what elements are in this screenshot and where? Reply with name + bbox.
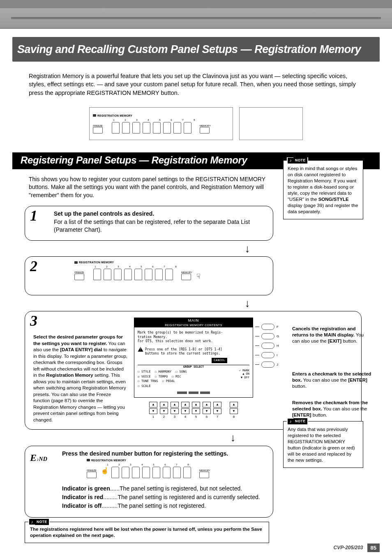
memory-button[interactable] [200,127,210,134]
arrow-icon: ↓ [131,245,363,252]
memory-label: MEMORY [200,124,211,127]
up-button-1[interactable]: ▲ [149,402,157,408]
reg-button-7b[interactable] [155,269,163,280]
step-1-number: 1 [30,207,37,224]
indicator-list: Indicator is green......The panel settin… [62,484,265,510]
side-button-j[interactable] [261,362,274,368]
reg-button-2b[interactable] [104,269,111,280]
down-button-8[interactable]: ▼ [230,408,238,414]
callout-enter: Enters a checkmark to the selected box. … [292,371,372,389]
reg-button-2[interactable] [122,122,130,134]
screen-button-row: ▲▼ ▲▼ ▲▼ ▲▼ ▲▼ ▲▼ ▲▼ ▲▼ [134,402,253,414]
reg-icon [93,114,96,117]
reg-button-3b[interactable] [114,269,122,280]
note-tag-3: ♪ NOTE [28,519,50,525]
reg-button-1c[interactable] [111,467,119,478]
step-3-number: 3 [30,312,37,329]
end-label: E♪ND [30,452,47,463]
screen-subheader: REGISTRATION MEMORY CONTENTS [134,323,253,327]
panel-number-labels: 12345678 [109,119,229,121]
reg-button-5b[interactable] [134,269,142,280]
header-decor [0,8,392,29]
page-title-band: Saving and Recalling Custom Panel Setups… [12,37,380,62]
callout-cancel: Cancels the registration and returns to … [292,326,372,344]
up-button-8[interactable]: ▲ [230,402,238,408]
page-footer: CVP-205/203 85 [333,543,380,552]
model-label: CVP-205/203 [333,545,363,550]
freeze-button-3[interactable] [87,472,97,478]
reg-icon [87,459,90,461]
panel-number-labels-2: 12345678 [91,265,218,268]
lcd-screen: MAIN REGISTRATION MEMORY CONTENTS Mark t… [134,318,253,419]
cancel-button[interactable]: CANCEL [212,358,227,363]
hand-cursor-icon: ☟ [196,272,201,280]
reg-button-1[interactable] [112,122,120,134]
reg-button-8[interactable] [184,122,191,134]
reg-button-4[interactable] [143,122,150,134]
reg-icon [74,261,78,264]
reg-button-8b[interactable] [165,269,173,280]
step-3: 3 Select the desired parameter groups fo… [25,311,362,430]
reg-label: REGISTRATION MEMORY [97,114,132,117]
reg-button-4b[interactable] [124,269,132,280]
step-1: 1 Set up the panel controls as desired. … [25,206,273,241]
warning-icon: ! [138,347,143,352]
panel-right [239,107,303,140]
side-button-i[interactable] [261,352,274,358]
page-title: Saving and Recalling Custom Panel Setups… [17,43,361,56]
freeze-button-2[interactable] [74,274,84,280]
step-3-text: Select the desired parameter groups for … [33,334,128,423]
reg-button-3[interactable] [132,122,140,134]
reg-button-1b[interactable] [93,269,101,280]
side-button-g[interactable] [261,333,274,339]
intro-paragraph: Registration Memory is a powerful featur… [0,72,392,103]
reg-button-7[interactable] [173,122,181,134]
callout-remove: Removes the checkmark from the selected … [292,400,372,418]
side-button-column: F G H I J [255,324,279,368]
section-intro: This shows you how to register your cust… [29,175,271,200]
note-icon: ♪ [29,519,35,525]
memory-button-2[interactable] [181,274,191,280]
panel-left: REGISTRATION MEMORY 12345678 FREEZE [89,107,233,140]
side-button-h[interactable] [261,343,274,349]
reg-label-2: REGISTRATION MEMORY [79,261,114,264]
memory-button-3[interactable] [199,472,209,478]
reg-button-6b[interactable] [145,269,152,280]
reg-button-5[interactable] [153,122,161,134]
note-icon: ♪ [288,419,293,424]
note-icon: ♪ [288,158,293,164]
step-1-desc: For a list of the settings that can be r… [54,218,265,234]
screen-header: MAIN [134,318,253,323]
page-number: 85 [367,543,380,552]
step-end-title: Press the desired number button for regi… [62,450,265,457]
note-tag-1: ♪ NOTE [287,157,308,164]
step-2: 2 REGISTRATION MEMORY 12345678 FREEZE [25,256,273,295]
step-2-number: 2 [30,258,37,275]
note-label: NOTE [293,157,307,164]
note-tag-2: ♪ NOTE [287,418,308,424]
down-button-1[interactable]: ▼ [149,408,157,414]
freeze-label: FREEZE [93,124,103,127]
note-box-1: ♪ NOTE Keep in mind that songs or styles… [283,160,363,219]
panel-diagram: REGISTRATION MEMORY 12345678 FREEZE [0,107,392,140]
side-button-f[interactable] [261,324,274,330]
step-end: E♪ND Press the desired number button for… [25,446,273,518]
arrow-icon: ↓ [131,299,363,307]
step-1-title: Set up the panel controls as desired. [54,210,265,217]
group-select-label: GROUP SELECT [138,365,249,369]
hand-cursor-icon: ☝ [101,467,109,474]
freeze-button[interactable] [93,127,103,134]
note-box-2: ♪ NOTE Any data that was previously regi… [283,421,363,468]
note-box-3: ♪ NOTE The registrations registered here… [25,522,269,543]
reg-button-6[interactable] [163,122,171,134]
